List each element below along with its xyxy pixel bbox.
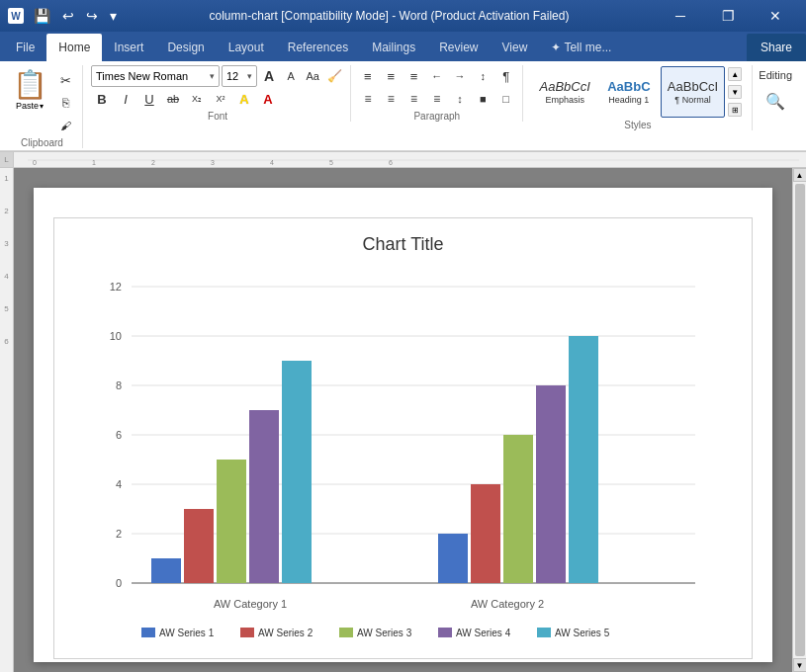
style-heading1[interactable]: AaBbC Heading 1 [599,66,659,118]
page-container[interactable]: Chart Title 0 2 [14,168,792,672]
legend-color-5 [537,628,551,637]
font-size-selector[interactable]: 12 ▾ [222,65,257,87]
emphasis-label: Emphasis [545,95,584,105]
svg-text:4: 4 [115,478,121,490]
superscript-button[interactable]: X² [210,88,231,110]
word-page: Chart Title 0 2 [34,188,772,662]
styles-more[interactable]: ⊞ [728,103,742,117]
sort-button[interactable]: ↕ [473,65,493,87]
styles-scroll-down[interactable]: ▼ [728,85,742,99]
shading-button[interactable]: ■ [473,88,493,110]
ruler-v-2: 2 [4,207,8,215]
style-emphasis[interactable]: AaBbCcI Emphasis [533,66,597,118]
justify-button[interactable]: ≡ [426,88,447,110]
tab-mailings[interactable]: Mailings [360,34,427,61]
tab-tell[interactable]: ✦ Tell me... [539,34,623,61]
clear-format-button[interactable]: 🧹 [324,65,344,87]
text-highlight-button[interactable]: A [233,88,255,110]
ruler-content: 0 1 2 3 4 5 6 [14,152,806,167]
vertical-ruler: 1 2 3 4 5 6 [0,168,14,672]
change-case-button[interactable]: Aa [303,65,322,87]
tab-view[interactable]: View [491,34,540,61]
bar-cat2-ser1 [438,534,468,583]
tab-layout[interactable]: Layout [217,34,276,61]
scroll-up-button[interactable]: ▲ [793,168,807,182]
quick-access-toolbar: 💾 ↩ ↪ ▾ [30,6,121,26]
tab-share[interactable]: Share [747,34,806,61]
subscript-button[interactable]: X₂ [186,88,208,110]
style-normal[interactable]: AaBbCcI ¶ Normal [661,66,725,118]
svg-text:12: 12 [109,281,121,293]
format-painter-button[interactable]: 🖌 [54,115,76,136]
align-left-button[interactable]: ≡ [357,88,378,110]
paste-button[interactable]: 📋 Paste ▾ [8,65,51,117]
legend-color-1 [141,628,155,637]
copy-button[interactable]: ⎘ [54,92,76,114]
font-color-button[interactable]: A [257,88,279,110]
tab-review[interactable]: Review [427,34,490,61]
ruler-v-5: 5 [4,304,8,313]
styles-scroll-up[interactable]: ▲ [728,67,742,81]
grow-font-button[interactable]: A [259,65,279,87]
tab-insert[interactable]: Insert [102,34,155,61]
tab-design[interactable]: Design [155,34,216,61]
bar-cat1-ser4 [249,410,279,583]
show-hide-button[interactable]: ¶ [495,65,516,87]
tab-home[interactable]: Home [46,34,102,61]
legend-color-3 [339,628,353,637]
multilevel-button[interactable]: ≡ [403,65,424,87]
clipboard-label: Clipboard [21,137,63,148]
italic-button[interactable]: I [115,88,136,110]
ruler-v-1: 1 [4,174,8,183]
bar-cat1-ser1 [151,558,181,583]
quick-access-dropdown[interactable]: ▾ [106,6,121,26]
underline-button[interactable]: U [138,88,160,110]
legend-label-2: AW Series 2 [258,628,313,638]
line-spacing-button[interactable]: ↕ [449,88,470,110]
legend-color-2 [240,628,254,637]
save-quick-btn[interactable]: 💾 [30,6,54,26]
numbering-button[interactable]: ≡ [381,65,402,87]
font-name-label: Times New Roman [96,70,188,82]
shrink-font-button[interactable]: A [281,65,301,87]
font-row2: B I U ab X₂ X² A A [91,88,344,110]
scroll-down-button[interactable]: ▼ [793,658,807,672]
cut-button[interactable]: ✂ [54,69,76,91]
find-button[interactable]: 🔍 [761,87,789,115]
undo-quick-btn[interactable]: ↩ [58,6,78,26]
scroll-thumb-vertical[interactable] [795,184,805,656]
font-group: Times New Roman ▾ 12 ▾ A A Aa 🧹 B I U [87,65,351,122]
ribbon-tab-bar: File Home Insert Design Layout Reference… [0,32,806,61]
ruler-v-6: 6 [4,337,8,346]
svg-text:1: 1 [92,159,96,166]
bar-cat2-ser4 [536,385,566,583]
para-row1: ≡ ≡ ≡ ← → ↕ ¶ [357,65,516,87]
paragraph-label: Paragraph [413,111,460,122]
ruler-corner: L [0,152,14,167]
increase-indent-button[interactable]: → [449,65,470,87]
borders-button[interactable]: □ [495,88,516,110]
window-controls: ─ ❐ ✕ [658,0,798,32]
svg-text:6: 6 [389,159,393,166]
tab-references[interactable]: References [276,34,360,61]
strikethrough-button[interactable]: ab [162,88,184,110]
bold-button[interactable]: B [91,88,113,110]
vertical-scrollbar[interactable]: ▲ ▼ [792,168,806,672]
bar-cat2-ser3 [503,435,533,583]
font-size-dropdown-arrow: ▾ [247,71,252,81]
editing-group: Editing 🔍 [755,65,798,115]
minimize-button[interactable]: ─ [658,0,703,32]
align-right-button[interactable]: ≡ [403,88,424,110]
font-family-selector[interactable]: Times New Roman ▾ [91,65,220,87]
svg-text:8: 8 [115,379,121,391]
heading-label: Heading 1 [608,95,649,105]
tab-file[interactable]: File [4,34,46,61]
title-bar: W 💾 ↩ ↪ ▾ column-chart [Compatibility Mo… [0,0,806,32]
restore-button[interactable]: ❐ [705,0,751,32]
decrease-indent-button[interactable]: ← [426,65,447,87]
align-center-button[interactable]: ≡ [381,88,402,110]
redo-quick-btn[interactable]: ↪ [82,6,102,26]
svg-text:2: 2 [151,159,155,166]
bullets-button[interactable]: ≡ [357,65,378,87]
close-button[interactable]: ✕ [753,0,798,32]
